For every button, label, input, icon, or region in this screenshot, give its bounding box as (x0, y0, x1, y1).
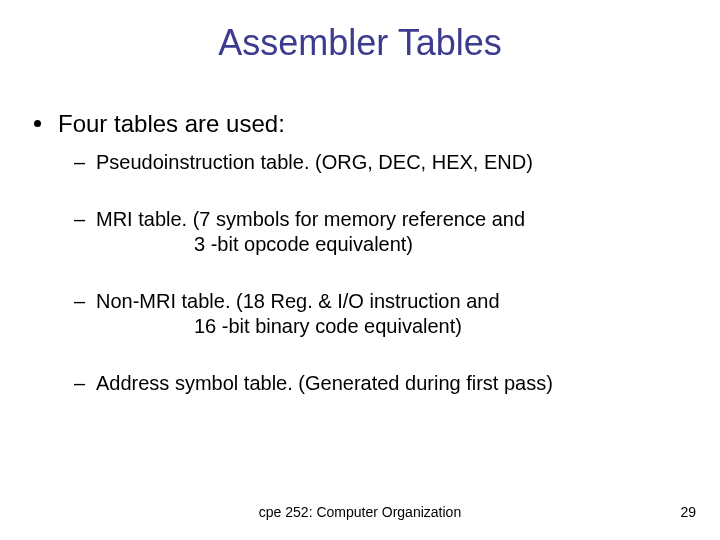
sub-item: – MRI table. (7 symbols for memory refer… (26, 207, 700, 257)
dash-bullet-icon: – (74, 289, 85, 314)
bullet-lead: Four tables are used: (26, 110, 700, 138)
slide-title: Assembler Tables (20, 22, 700, 64)
sub-item-text: Pseudoinstruction table. (ORG, DEC, HEX,… (96, 151, 533, 173)
dash-bullet-icon: – (74, 150, 85, 175)
sub-item: – Pseudoinstruction table. (ORG, DEC, HE… (26, 150, 700, 175)
sub-item-text: Address symbol table. (Generated during … (96, 372, 553, 394)
lead-text: Four tables are used: (58, 110, 285, 137)
sub-item-text: Non-MRI table. (18 Reg. & I/O instructio… (96, 290, 500, 312)
sub-item-text: MRI table. (7 symbols for memory referen… (96, 208, 525, 230)
sub-item: – Non-MRI table. (18 Reg. & I/O instruct… (26, 289, 700, 339)
sub-item: – Address symbol table. (Generated durin… (26, 371, 700, 396)
sub-item-continuation: 3 -bit opcode equivalent) (96, 232, 700, 257)
sub-item-continuation: 16 -bit binary code equivalent) (96, 314, 700, 339)
footer-page-number: 29 (680, 504, 696, 520)
slide-content: Four tables are used: – Pseudoinstructio… (20, 110, 700, 396)
slide: Assembler Tables Four tables are used: –… (0, 0, 720, 540)
dash-bullet-icon: – (74, 207, 85, 232)
disc-bullet-icon (34, 120, 41, 127)
footer-course: cpe 252: Computer Organization (0, 504, 720, 520)
dash-bullet-icon: – (74, 371, 85, 396)
